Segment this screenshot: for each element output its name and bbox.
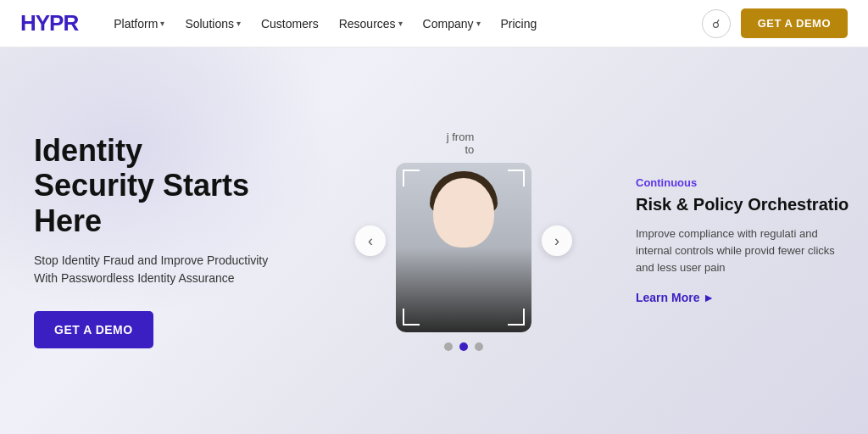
dot-1[interactable] [444, 342, 453, 351]
dot-3[interactable] [475, 342, 483, 351]
carousel-dots [444, 342, 483, 351]
hero-subtitle: Stop Identity Fraud and Improve Producti… [34, 252, 271, 287]
partial-line1: j from [447, 131, 475, 143]
hero-carousel: ‹ j from to [305, 131, 622, 351]
nav-label-company: Company [423, 17, 474, 31]
get-demo-nav-button[interactable]: GET A DEMO [741, 8, 848, 38]
face-card [396, 163, 531, 332]
chevron-right-icon: › [554, 232, 559, 250]
logo[interactable]: HYPR [20, 10, 78, 36]
nav-label-customers: Customers [261, 17, 319, 31]
search-icon: ☌ [712, 17, 720, 31]
carousel-content: j from to [396, 131, 531, 351]
face-head [433, 178, 494, 248]
chevron-down-icon: ▾ [476, 19, 481, 28]
carousel-next-button[interactable]: › [542, 225, 572, 256]
slide-partial-text: j from to [447, 131, 481, 156]
scan-corner-tl [403, 170, 420, 186]
nav-item-platform[interactable]: Platform ▾ [105, 12, 173, 36]
carousel-prev-button[interactable]: ‹ [355, 225, 386, 256]
hero-section: Identity Security Starts Here Stop Ident… [0, 47, 868, 434]
nav-actions: ☌ GET A DEMO [702, 8, 848, 38]
nav-item-customers[interactable]: Customers [253, 12, 327, 36]
navbar: HYPR Platform ▾ Solutions ▾ Customers Re… [0, 0, 868, 47]
nav-label-platform: Platform [114, 17, 158, 31]
scan-corner-tr [508, 170, 525, 186]
face-figure [396, 163, 531, 332]
hero-title: Identity Security Starts Here [34, 133, 271, 238]
nav-item-resources[interactable]: Resources ▾ [331, 12, 411, 36]
dot-2[interactable] [459, 342, 468, 351]
chevron-down-icon: ▾ [398, 19, 403, 28]
chevron-down-icon: ▾ [160, 19, 164, 28]
nav-item-pricing[interactable]: Pricing [492, 12, 546, 36]
card-learn-more-link[interactable]: Learn More ► [636, 291, 715, 304]
nav-label-resources: Resources [339, 17, 396, 31]
partial-line2: to [465, 143, 474, 156]
chevron-left-icon: ‹ [368, 232, 373, 250]
nav-label-solutions: Solutions [185, 17, 234, 31]
scan-corner-br [508, 309, 525, 326]
card-description: Improve compliance with regulati and int… [636, 225, 851, 276]
hero-right-card: Continuous Risk & Policy Orchestratio Im… [622, 159, 868, 322]
nav-label-pricing: Pricing [501, 17, 537, 31]
hero-left: Identity Security Starts Here Stop Ident… [0, 133, 305, 348]
nav-item-solutions[interactable]: Solutions ▾ [176, 12, 249, 36]
scan-corner-bl [403, 309, 420, 326]
card-tag: Continuous [636, 176, 851, 189]
search-button[interactable]: ☌ [702, 9, 731, 38]
card-title: Risk & Policy Orchestratio [636, 194, 851, 215]
nav-item-company[interactable]: Company ▾ [415, 12, 489, 36]
hero-cta-button[interactable]: GET A DEMO [34, 311, 153, 348]
chevron-down-icon: ▾ [236, 19, 241, 28]
nav-links: Platform ▾ Solutions ▾ Customers Resourc… [105, 12, 701, 36]
